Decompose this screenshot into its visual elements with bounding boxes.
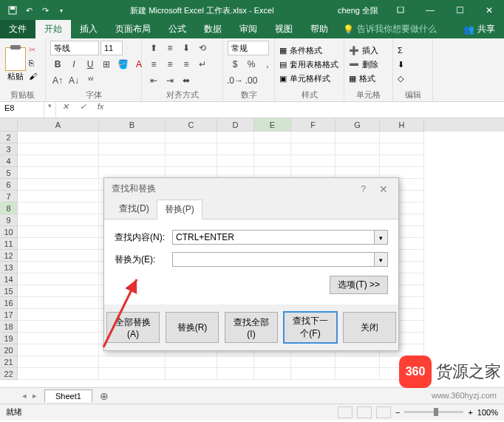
row-header[interactable]: 9 bbox=[0, 214, 18, 226]
dialog-close-icon[interactable]: ✕ bbox=[376, 183, 391, 195]
dialog-help-icon[interactable]: ? bbox=[361, 184, 366, 194]
align-right-icon[interactable]: ≡ bbox=[179, 57, 194, 72]
row-header[interactable]: 7 bbox=[0, 191, 18, 203]
bold-button[interactable]: B bbox=[50, 57, 65, 72]
row-header[interactable]: 10 bbox=[0, 226, 18, 238]
cell[interactable] bbox=[217, 368, 254, 380]
cell[interactable] bbox=[18, 333, 99, 344]
merge-icon[interactable]: ⬌ bbox=[179, 73, 194, 88]
tab-replace[interactable]: 替换(P) bbox=[157, 200, 202, 219]
cell[interactable] bbox=[380, 155, 424, 167]
cell[interactable] bbox=[291, 356, 336, 368]
cell[interactable] bbox=[336, 356, 380, 368]
row-header[interactable]: 6 bbox=[0, 179, 18, 191]
row-header[interactable]: 2 bbox=[0, 132, 18, 143]
cell[interactable] bbox=[18, 191, 99, 203]
align-top-icon[interactable]: ⬆ bbox=[146, 41, 161, 55]
redo-icon[interactable]: ↷ bbox=[40, 5, 50, 16]
enter-formula-icon[interactable]: ✓ bbox=[74, 102, 92, 118]
cell[interactable] bbox=[336, 143, 380, 155]
cell[interactable] bbox=[380, 132, 424, 143]
row-header[interactable]: 22 bbox=[0, 368, 18, 380]
wrap-text-icon[interactable]: ↵ bbox=[195, 57, 210, 72]
cell[interactable] bbox=[291, 132, 336, 143]
find-input[interactable] bbox=[172, 230, 375, 245]
cell[interactable] bbox=[18, 297, 99, 309]
zoom-in-icon[interactable]: + bbox=[468, 408, 472, 417]
cell[interactable] bbox=[18, 321, 99, 333]
user-name[interactable]: cheng 全限 bbox=[330, 5, 386, 16]
paste-button[interactable]: 粘贴 bbox=[4, 47, 26, 82]
cell[interactable] bbox=[18, 179, 99, 191]
tab-file[interactable]: 文件 bbox=[0, 20, 35, 38]
sheet-tab[interactable]: Sheet1 bbox=[44, 389, 92, 402]
qat-dropdown-icon[interactable]: ▾ bbox=[56, 5, 67, 16]
increase-font-icon[interactable]: A↑ bbox=[50, 73, 65, 88]
page-layout-view-icon[interactable] bbox=[357, 406, 372, 418]
fill-button[interactable]: ⬇ bbox=[398, 58, 404, 71]
column-header[interactable]: C bbox=[166, 118, 217, 132]
cell[interactable] bbox=[336, 155, 380, 167]
autosum-button[interactable]: Σ bbox=[398, 44, 404, 57]
cell[interactable] bbox=[166, 132, 217, 143]
cell[interactable] bbox=[254, 143, 291, 155]
cell[interactable] bbox=[291, 368, 336, 380]
tab-review[interactable]: 审阅 bbox=[231, 20, 266, 38]
align-bottom-icon[interactable]: ⬇ bbox=[179, 41, 194, 55]
cut-icon[interactable]: ✂ bbox=[29, 45, 41, 57]
border-button[interactable]: ⊞ bbox=[99, 57, 114, 72]
find-dropdown-icon[interactable]: ▾ bbox=[375, 230, 388, 245]
row-header[interactable]: 14 bbox=[0, 273, 18, 285]
row-header[interactable]: 19 bbox=[0, 333, 18, 344]
conditional-format-button[interactable]: ▦条件格式 bbox=[279, 44, 338, 57]
tab-view[interactable]: 视图 bbox=[266, 20, 302, 38]
comma-icon[interactable]: , bbox=[260, 57, 275, 72]
percent-icon[interactable]: % bbox=[244, 57, 259, 72]
row-header[interactable]: 12 bbox=[0, 250, 18, 262]
minimize-icon[interactable]: — bbox=[415, 0, 445, 21]
sheet-nav-next-icon[interactable]: ▸ bbox=[33, 391, 37, 401]
page-break-view-icon[interactable] bbox=[376, 406, 391, 418]
row-header[interactable]: 4 bbox=[0, 155, 18, 167]
cell[interactable] bbox=[18, 250, 99, 262]
row-header[interactable]: 3 bbox=[0, 143, 18, 155]
cell[interactable] bbox=[18, 285, 99, 297]
tell-me[interactable]: 💡告诉我你想要做什么 bbox=[337, 20, 443, 38]
cell[interactable] bbox=[99, 155, 166, 167]
find-next-button[interactable]: 查找下一个(F) bbox=[284, 312, 337, 343]
cell[interactable] bbox=[18, 273, 99, 285]
cell[interactable] bbox=[336, 368, 380, 380]
row-header[interactable]: 20 bbox=[0, 344, 18, 356]
column-header[interactable]: B bbox=[99, 118, 166, 132]
replace-button[interactable]: 替换(R) bbox=[166, 312, 219, 343]
cell[interactable] bbox=[18, 368, 99, 380]
column-header[interactable]: H bbox=[380, 118, 424, 132]
cell[interactable] bbox=[18, 143, 99, 155]
table-format-button[interactable]: ▤套用表格格式 bbox=[279, 58, 338, 71]
column-header[interactable]: D bbox=[217, 118, 254, 132]
cell[interactable] bbox=[99, 143, 166, 155]
column-header[interactable]: G bbox=[336, 118, 380, 132]
row-header[interactable]: 8 bbox=[0, 203, 18, 214]
maximize-icon[interactable]: ☐ bbox=[445, 0, 474, 21]
namebox-dropdown-icon[interactable]: ▾ bbox=[44, 102, 56, 118]
cell[interactable] bbox=[217, 356, 254, 368]
cell[interactable] bbox=[254, 132, 291, 143]
cell[interactable] bbox=[18, 167, 99, 179]
increase-indent-icon[interactable]: ⇥ bbox=[163, 73, 177, 88]
cell[interactable] bbox=[18, 203, 99, 214]
find-all-button[interactable]: 查找全部(I) bbox=[225, 312, 278, 343]
row-header[interactable]: 16 bbox=[0, 297, 18, 309]
sheet-nav-prev-icon[interactable]: ◂ bbox=[22, 391, 27, 401]
copy-icon[interactable]: ⎘ bbox=[29, 58, 41, 70]
italic-button[interactable]: I bbox=[67, 57, 81, 72]
underline-button[interactable]: U bbox=[83, 57, 98, 72]
decrease-font-icon[interactable]: A↓ bbox=[67, 73, 81, 88]
cell[interactable] bbox=[166, 155, 217, 167]
cell[interactable] bbox=[217, 143, 254, 155]
orientation-icon[interactable]: ⟲ bbox=[195, 41, 210, 55]
cell[interactable] bbox=[336, 132, 380, 143]
replace-all-button[interactable]: 全部替换(A) bbox=[106, 312, 160, 343]
cell[interactable] bbox=[18, 132, 99, 143]
decrease-indent-icon[interactable]: ⇤ bbox=[146, 73, 161, 88]
